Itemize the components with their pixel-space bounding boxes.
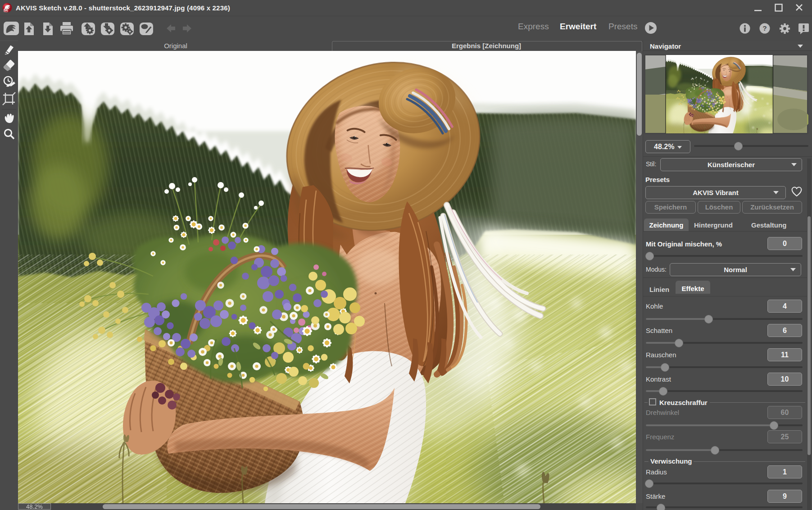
- svg-text:SK: SK: [4, 9, 8, 12]
- svg-text:?: ?: [762, 24, 767, 32]
